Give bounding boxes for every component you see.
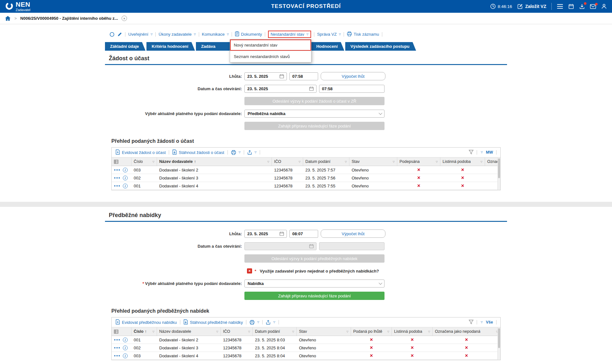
user-icon[interactable] xyxy=(601,4,607,9)
odeslani-vyzvy-button[interactable]: Odeslání výzvy k podání žádosti o účast … xyxy=(244,97,384,105)
column-podana-po-lhute[interactable]: Podaná po lhůtě xyxy=(351,327,392,336)
filter-caret-icon[interactable] xyxy=(479,160,482,163)
lhuta-date-field[interactable]: 23. 5. 2025 xyxy=(244,230,287,238)
calendar-icon[interactable] xyxy=(309,86,314,91)
scrollbar-thumb[interactable] xyxy=(498,328,500,348)
table-scrollbar[interactable] xyxy=(497,158,500,190)
column-listinna-podoba[interactable]: Listinná podoba xyxy=(392,327,433,336)
info-icon[interactable] xyxy=(123,184,128,188)
column-nazev-dodavatele[interactable]: Název dodavatele xyxy=(157,157,272,166)
vyber-typu-select[interactable]: Nabídka xyxy=(244,280,384,288)
column-listinna-podoba[interactable]: Listinná podoba xyxy=(440,157,485,166)
column-oznacena-jako-nepodana[interactable]: Označena jako nepodaná xyxy=(433,327,500,336)
calendar-icon[interactable] xyxy=(568,4,574,9)
cmd-nestandardni-stav[interactable]: Nestandardní stav Nový nestandardní stav… xyxy=(268,31,311,38)
filter-caret-icon[interactable] xyxy=(345,330,348,333)
pencil-icon[interactable] xyxy=(117,32,122,37)
scrollbar-thumb[interactable] xyxy=(498,158,500,178)
vypocet-lhut-button[interactable]: Výpočet lhůt xyxy=(321,72,385,80)
vyber-typu-select[interactable]: Předběžná nabídka xyxy=(244,110,384,118)
column-stav[interactable]: Stav xyxy=(349,157,397,166)
filter-caret-icon[interactable] xyxy=(386,330,389,333)
row-menu-icon[interactable] xyxy=(114,338,121,341)
filter-caret-icon[interactable] xyxy=(392,160,395,163)
refresh-icon[interactable] xyxy=(109,32,115,37)
column-podepsana[interactable]: Podepsána xyxy=(397,157,440,166)
breadcrumb-item[interactable]: N006/25/V00004950 - Zajištění interního … xyxy=(20,16,118,21)
row-menu-icon[interactable] xyxy=(114,168,121,171)
column-select-icon[interactable] xyxy=(112,157,131,166)
filter-caret-icon[interactable] xyxy=(151,330,154,333)
tab-zakladni-udaje[interactable]: Základní údaje xyxy=(105,42,142,51)
nen-logo[interactable]: NEN Zadavatel xyxy=(5,1,30,12)
vypocet-lhut-button[interactable]: Výpočet lhůt xyxy=(321,229,385,238)
oteviani-date-field[interactable]: 23. 5. 2025 xyxy=(244,85,317,93)
print-table-button[interactable] xyxy=(250,320,259,325)
cmd-uverejneni[interactable]: Uveřejnění xyxy=(128,32,153,37)
filter-caret-icon[interactable] xyxy=(427,330,430,333)
column-select-icon[interactable] xyxy=(112,327,131,336)
lhuta-time-field[interactable]: 08:07 xyxy=(289,230,318,238)
chevron-down-icon[interactable] xyxy=(481,151,483,154)
evidovat-nabidku-link[interactable]: Evidovat předběžnou nabídku xyxy=(116,319,177,325)
column-nazev-dodavatele[interactable]: Název dodavatele xyxy=(157,327,221,336)
info-icon[interactable] xyxy=(123,346,128,350)
cmd-sprava-vz[interactable]: Správa VZ xyxy=(317,32,341,37)
cmd-komunikace[interactable]: Komunikace xyxy=(202,32,229,37)
column-cislo[interactable]: Číslo xyxy=(131,157,157,166)
view-preset-label[interactable]: Vše xyxy=(486,320,493,324)
info-icon[interactable] xyxy=(123,353,128,358)
cmd-ukony-zadavatele[interactable]: Úkony zadavatele xyxy=(159,32,196,37)
print-table-button[interactable] xyxy=(231,150,241,155)
evidovat-zadost-link[interactable]: Evidovat žádost o účast xyxy=(116,149,166,156)
column-ico[interactable]: IČO xyxy=(221,327,253,336)
lhuta-date-field[interactable]: 23. 5. 2025 xyxy=(244,72,287,80)
oteviani-time-field[interactable]: 07:58 xyxy=(319,85,384,93)
cmd-dokumenty[interactable]: Dokumenty xyxy=(235,31,262,37)
filter-caret-icon[interactable] xyxy=(435,160,438,163)
chevron-down-icon[interactable] xyxy=(481,321,483,324)
column-stav[interactable]: Stav xyxy=(297,327,351,336)
tab-kriteria-hodnoceni[interactable]: Kritéria hodnocení xyxy=(146,42,191,51)
table-scrollbar[interactable] xyxy=(497,328,500,360)
stahnout-nabidky-link[interactable]: Stáhnout předběžné nabídky xyxy=(183,319,243,325)
filter-caret-icon[interactable] xyxy=(344,160,347,163)
export-table-button[interactable] xyxy=(247,150,257,155)
tab-vysledek[interactable]: Výsledek zadávacího postupu xyxy=(345,42,413,51)
calendar-icon[interactable] xyxy=(280,74,284,78)
filter-caret-icon[interactable] xyxy=(297,160,301,163)
lhuta-time-field[interactable]: 07:58 xyxy=(289,72,318,80)
filter-icon[interactable] xyxy=(469,150,474,155)
filter-caret-icon[interactable] xyxy=(266,160,269,163)
info-icon[interactable] xyxy=(123,338,128,342)
menu-icon[interactable] xyxy=(557,4,563,9)
calendar-icon[interactable] xyxy=(280,231,284,236)
mail-icon[interactable] xyxy=(590,4,596,9)
home-icon[interactable] xyxy=(5,16,11,21)
filter-caret-icon[interactable] xyxy=(247,330,250,333)
filter-caret-icon[interactable] xyxy=(215,330,218,333)
zahajit-pripravu-button[interactable]: Zahájit přípravu následující fáze podání xyxy=(244,292,384,300)
info-icon[interactable] xyxy=(123,176,128,180)
row-menu-icon[interactable] xyxy=(114,346,121,349)
zahajit-pripravu-button[interactable]: Zahájit přípravu následující fáze podání xyxy=(244,122,384,130)
cmd-tisk-zaznamu[interactable]: Tisk záznamu xyxy=(347,32,379,37)
export-table-button[interactable] xyxy=(266,320,275,325)
stahnout-zadosti-link[interactable]: Stáhnout žádosti o účast xyxy=(172,149,224,156)
row-menu-icon[interactable] xyxy=(114,176,121,179)
download-icon[interactable] xyxy=(579,4,585,9)
column-datum-podani[interactable]: Datum podání xyxy=(253,327,297,336)
filter-icon[interactable] xyxy=(469,320,474,325)
create-vz-button[interactable]: Založit VZ xyxy=(517,4,546,9)
menu-item-seznam-nestandardnich-stavu[interactable]: Seznam nestandardních stavů xyxy=(230,51,311,62)
tab-hodnoceni[interactable]: Hodnocení xyxy=(311,42,341,51)
filter-caret-icon[interactable] xyxy=(151,160,154,163)
menu-item-novy-nestandardni-stav[interactable]: Nový nestandardní stav xyxy=(230,40,311,51)
column-datum-podani[interactable]: Datum podání xyxy=(303,157,349,166)
red-cross-checkbox-icon[interactable] xyxy=(247,268,252,273)
row-menu-icon[interactable] xyxy=(114,184,121,187)
odeslani-vyzvy-button[interactable]: Odeslání výzvy k podání předběžných nabí… xyxy=(244,254,384,263)
close-tab-icon[interactable] xyxy=(122,16,127,21)
column-ico[interactable]: IČO xyxy=(272,157,303,166)
row-menu-icon[interactable] xyxy=(114,354,121,357)
